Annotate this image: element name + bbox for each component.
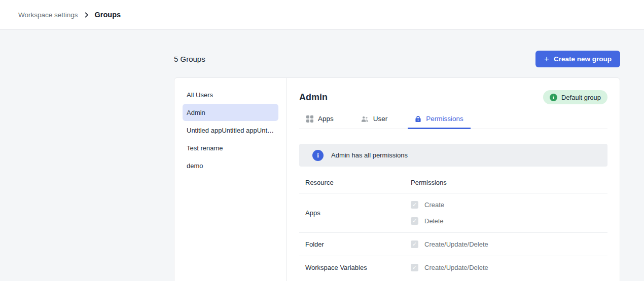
top-bar: Workspace settings Groups	[0, 0, 644, 30]
permission-create: Create	[411, 201, 444, 209]
permission-label: Create	[424, 201, 444, 209]
column-header-permissions: Permissions	[411, 179, 447, 186]
tab-apps-label: Apps	[318, 115, 334, 123]
column-header-resource: Resource	[305, 179, 411, 186]
tab-user-label: User	[373, 115, 388, 123]
group-item-admin[interactable]: Admin	[183, 104, 278, 121]
permission-cud: Create/Update/Delete	[411, 240, 488, 248]
permissions-cell: Create/Update/Delete	[411, 240, 488, 248]
users-icon	[361, 115, 369, 123]
group-list: All Users Admin Untitled appUntitled app…	[174, 78, 287, 281]
permission-delete: Delete	[411, 217, 444, 225]
table-row-workspace-variables: Workspace Variables Create/Update/Delete	[299, 256, 607, 279]
permission-cud: Create/Update/Delete	[411, 264, 488, 271]
tab-apps[interactable]: Apps	[299, 112, 341, 129]
resource-label: Workspace Variables	[305, 264, 411, 271]
group-item-all-users[interactable]: All Users	[183, 86, 278, 103]
group-item-label: All Users	[187, 91, 213, 99]
info-icon	[550, 94, 557, 101]
page-header: 5 Groups + Create new group	[174, 51, 620, 67]
tab-permissions-label: Permissions	[426, 115, 463, 123]
checkbox-apps-delete[interactable]	[411, 217, 418, 225]
create-new-group-label: Create new group	[554, 55, 612, 63]
tab-user[interactable]: User	[354, 112, 395, 129]
permission-label: Delete	[424, 217, 444, 225]
checkbox-folder-cud[interactable]	[411, 240, 418, 248]
group-item-label: Admin	[187, 109, 205, 116]
group-title: Admin	[299, 92, 328, 103]
default-group-badge-label: Default group	[561, 94, 601, 101]
permissions-info-banner: Admin has all permissions	[299, 144, 607, 167]
table-row-apps: Apps Create Delete	[299, 193, 607, 233]
chevron-right-icon	[84, 12, 89, 18]
plus-icon: +	[544, 55, 549, 63]
resource-label: Folder	[305, 240, 411, 248]
table-header: Resource Permissions	[299, 176, 607, 193]
permissions-cell: Create Delete	[411, 201, 444, 225]
group-item-label: Untitled appUntitled appUntitle…	[187, 127, 274, 134]
group-tabs: Apps User	[299, 112, 607, 129]
groups-count-label: 5 Groups	[174, 55, 205, 63]
group-detail-header: Admin Default group	[299, 90, 607, 104]
breadcrumb-workspace-settings[interactable]: Workspace settings	[18, 11, 78, 19]
permission-label: Create/Update/Delete	[424, 240, 488, 248]
tab-permissions[interactable]: Permissions	[408, 112, 471, 129]
groups-card: All Users Admin Untitled appUntitled app…	[174, 77, 620, 281]
breadcrumb-groups: Groups	[95, 11, 121, 19]
group-item-demo[interactable]: demo	[183, 157, 278, 174]
permissions-cell: Create/Update/Delete	[411, 264, 488, 271]
checkbox-workspace-variables-cud[interactable]	[411, 264, 418, 271]
lock-icon	[415, 115, 421, 123]
resource-label: Apps	[305, 209, 411, 217]
groups-page: 5 Groups + Create new group All Users Ad…	[174, 51, 620, 281]
grid-icon	[306, 115, 313, 123]
checkbox-apps-create[interactable]	[411, 201, 418, 209]
default-group-badge: Default group	[543, 90, 607, 104]
table-row-folder: Folder Create/Update/Delete	[299, 233, 607, 256]
permissions-table: Resource Permissions Apps Create Delete	[299, 176, 607, 279]
banner-text: Admin has all permissions	[331, 151, 408, 159]
group-item-test-rename[interactable]: Test rename	[183, 139, 278, 156]
group-item-label: Test rename	[187, 144, 223, 152]
create-new-group-button[interactable]: + Create new group	[535, 51, 620, 67]
group-item-untitled-app[interactable]: Untitled appUntitled appUntitle…	[183, 122, 278, 139]
permission-label: Create/Update/Delete	[424, 264, 488, 271]
group-item-label: demo	[187, 162, 203, 170]
group-detail-panel: Admin Default group	[287, 78, 620, 281]
info-icon	[312, 150, 324, 161]
